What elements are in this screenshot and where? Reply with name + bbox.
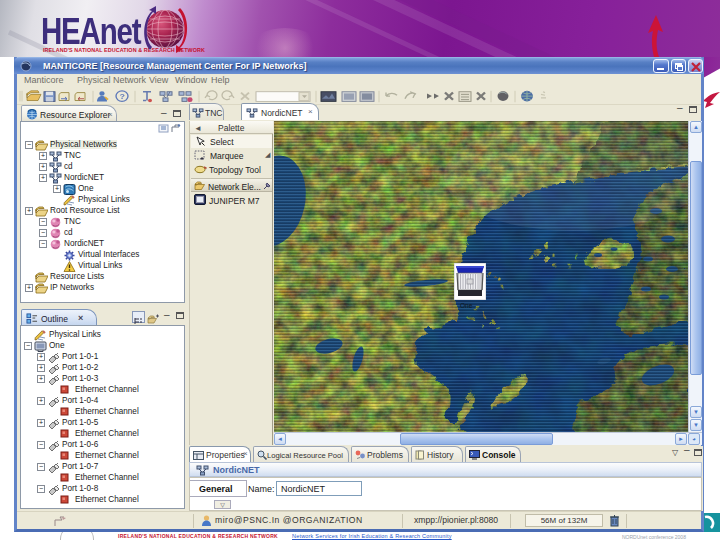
svg-text:?: ?: [119, 92, 125, 101]
